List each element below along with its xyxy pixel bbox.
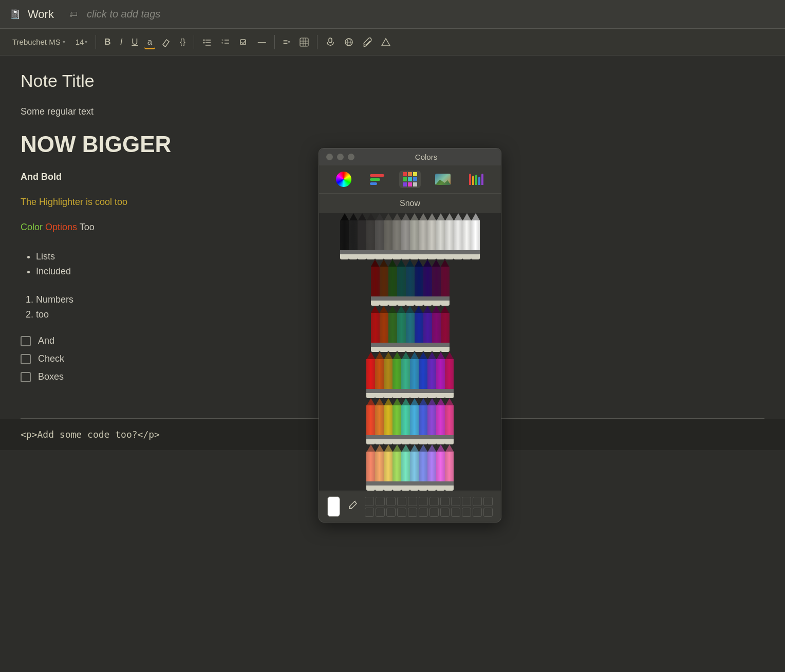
- color-swatch[interactable]: [429, 508, 439, 517]
- crayon[interactable]: [436, 213, 445, 259]
- crayon[interactable]: [454, 213, 462, 259]
- bold-button[interactable]: B: [101, 35, 114, 49]
- triangle-button[interactable]: [378, 35, 394, 49]
- crayon[interactable]: [358, 213, 366, 259]
- mic-button[interactable]: [323, 35, 338, 49]
- crayon[interactable]: [380, 259, 388, 306]
- regular-text[interactable]: Some regular text: [21, 106, 764, 117]
- crayon[interactable]: [392, 398, 401, 444]
- crayon[interactable]: [397, 259, 406, 306]
- crayon[interactable]: [384, 398, 392, 444]
- divider-button[interactable]: —: [255, 35, 269, 49]
- crayon[interactable]: [445, 352, 454, 398]
- close-button[interactable]: [326, 154, 333, 160]
- crayon[interactable]: [415, 306, 423, 352]
- crayon[interactable]: [427, 352, 436, 398]
- crayon[interactable]: [441, 259, 450, 306]
- color-swatch[interactable]: [386, 508, 396, 517]
- color-swatch[interactable]: [365, 497, 374, 506]
- color-swatch[interactable]: [376, 508, 385, 517]
- crayon[interactable]: [392, 444, 401, 491]
- crayon[interactable]: [375, 352, 384, 398]
- tab-crayons[interactable]: [465, 171, 487, 188]
- crayon[interactable]: [410, 398, 419, 444]
- crayon[interactable]: [419, 444, 427, 491]
- tab-image[interactable]: [432, 171, 454, 188]
- crayon[interactable]: [380, 306, 388, 352]
- underline-button[interactable]: U: [128, 35, 141, 49]
- add-tags-label[interactable]: click to add tags: [87, 8, 160, 20]
- color-swatch[interactable]: [429, 497, 439, 506]
- crayon[interactable]: [410, 352, 419, 398]
- checkbox-box-2[interactable]: [21, 354, 31, 364]
- crayon[interactable]: [366, 213, 375, 259]
- crayon[interactable]: [384, 213, 392, 259]
- crayon[interactable]: [427, 398, 436, 444]
- maximize-button[interactable]: [348, 154, 354, 160]
- color-swatch[interactable]: [419, 497, 428, 506]
- color-swatch[interactable]: [397, 497, 406, 506]
- crayon[interactable]: [419, 352, 427, 398]
- color-swatch[interactable]: [473, 497, 482, 506]
- crayon[interactable]: [375, 213, 384, 259]
- crayon[interactable]: [401, 352, 410, 398]
- crayon[interactable]: [384, 444, 392, 491]
- globe-button[interactable]: [341, 35, 357, 49]
- crayon[interactable]: [388, 259, 397, 306]
- tab-grid[interactable]: [399, 171, 421, 188]
- align-button[interactable]: ≡ ▾: [280, 35, 293, 49]
- color-swatch[interactable]: [419, 508, 428, 517]
- crayon[interactable]: [415, 259, 423, 306]
- crayon[interactable]: [406, 306, 415, 352]
- crayon[interactable]: [462, 213, 471, 259]
- italic-button[interactable]: I: [117, 35, 126, 49]
- crayon[interactable]: [423, 259, 432, 306]
- crayon[interactable]: [410, 444, 419, 491]
- font-family-selector[interactable]: Trebuchet MS ▾: [8, 35, 69, 48]
- crayon[interactable]: [401, 398, 410, 444]
- crayon[interactable]: [366, 444, 375, 491]
- tab-sliders[interactable]: [366, 171, 388, 188]
- crayon[interactable]: [388, 306, 397, 352]
- color-swatch[interactable]: [365, 508, 374, 517]
- crayon[interactable]: [392, 213, 401, 259]
- color-swatch[interactable]: [462, 508, 471, 517]
- crayon[interactable]: [471, 213, 480, 259]
- crayon[interactable]: [375, 398, 384, 444]
- table-button[interactable]: [296, 35, 312, 49]
- attach-button[interactable]: [360, 35, 375, 49]
- crayon[interactable]: [419, 398, 427, 444]
- note-title[interactable]: Note Title: [21, 71, 764, 91]
- color-swatch[interactable]: [483, 497, 493, 506]
- crayon[interactable]: [445, 213, 454, 259]
- crayon[interactable]: [371, 306, 380, 352]
- color-swatch[interactable]: [440, 497, 450, 506]
- color-swatch[interactable]: [408, 508, 417, 517]
- tab-color-wheel[interactable]: [333, 171, 354, 188]
- checkbox-button[interactable]: [236, 35, 252, 49]
- crayon[interactable]: [419, 213, 427, 259]
- notebook-name[interactable]: Work: [28, 8, 54, 21]
- crayon[interactable]: [349, 213, 358, 259]
- minimize-button[interactable]: [337, 154, 344, 160]
- eraser-button[interactable]: [158, 35, 174, 49]
- color-swatch[interactable]: [483, 508, 493, 517]
- crayon[interactable]: [432, 259, 441, 306]
- crayon[interactable]: [406, 259, 415, 306]
- crayon[interactable]: [401, 213, 410, 259]
- selected-color-box[interactable]: [327, 496, 340, 517]
- crayon[interactable]: [432, 306, 441, 352]
- crayon[interactable]: [436, 398, 445, 444]
- crayon[interactable]: [366, 352, 375, 398]
- crayon[interactable]: [392, 352, 401, 398]
- crayon[interactable]: [423, 306, 432, 352]
- color-swatch[interactable]: [473, 508, 482, 517]
- crayon[interactable]: [371, 259, 380, 306]
- crayon[interactable]: [340, 213, 349, 259]
- crayon[interactable]: [436, 352, 445, 398]
- color-swatch[interactable]: [408, 497, 417, 506]
- checkbox-box-1[interactable]: [21, 336, 31, 346]
- color-swatch[interactable]: [397, 508, 406, 517]
- bullet-list-button[interactable]: [199, 35, 215, 49]
- crayon[interactable]: [441, 306, 450, 352]
